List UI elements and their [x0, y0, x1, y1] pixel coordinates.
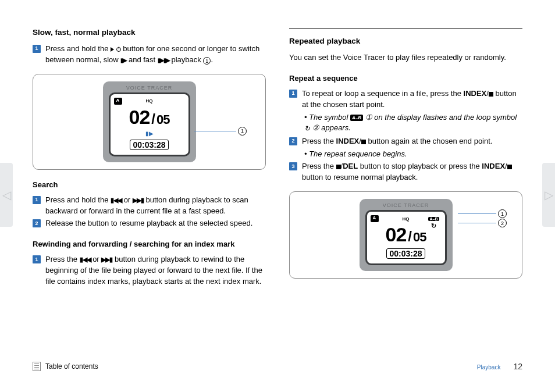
step-text: Release the button to resume playback at… [45, 218, 266, 229]
slow-playback-icon: ▮▶ [120, 56, 126, 65]
step-text: To repeat or loop a sequence in a file, … [302, 88, 522, 111]
device-brand: VOICE TRACER [365, 202, 447, 208]
stop-icon [507, 165, 512, 169]
device-screen: A HQ 02/05 ▮▶ 00:03:28 [109, 92, 190, 156]
file-number: 02 [129, 106, 150, 129]
elapsed-time: 00:03:28 [386, 248, 425, 259]
step: 3 Press the /DEL button to stop playback… [289, 161, 522, 183]
left-column: Slow, fast, normal playback 1 Press and … [33, 28, 266, 289]
heading-rewind: Rewinding and forwarding / searching for… [33, 240, 266, 248]
device-screen: A HQ A–B ↻ 02/05 00:03:28 [365, 210, 447, 265]
heading-repeated: Repeated playback [289, 37, 522, 45]
next-page-tab[interactable]: ▷ [542, 163, 555, 227]
file-total: 05 [413, 230, 426, 245]
page-number: 12 [513, 362, 522, 371]
toc-label: Table of contents [45, 362, 98, 370]
right-column: Repeated playback You can set the Voice … [289, 28, 522, 289]
device-figure-1: VOICE TRACER A HQ 02/05 ▮▶ 00:03:28 1 [33, 74, 266, 170]
file-number: 02 [386, 223, 407, 246]
stop-icon [361, 140, 366, 144]
step: 2 Release the button to resume playback … [33, 218, 266, 229]
toc-icon [33, 362, 41, 371]
elapsed-time: 00:03:28 [130, 140, 168, 150]
section-name[interactable]: Playback [477, 364, 501, 370]
stop-icon [489, 92, 493, 97]
step-note: • The repeat sequence begins. [304, 149, 522, 160]
loop-icon: ↻ [304, 124, 310, 134]
page-content: Slow, fast, normal playback 1 Press and … [0, 0, 555, 289]
callout-ref: 1 [203, 57, 211, 65]
step: 1 Press and hold the button for one seco… [33, 44, 266, 66]
play-icon [111, 47, 114, 52]
ab-icon: A–B [350, 115, 363, 122]
rewind-icon: ▮◀◀ [111, 196, 122, 205]
step-text: Press the /DEL button to stop playback o… [302, 161, 522, 183]
loop-icon: ↻ [428, 223, 439, 229]
file-total: 05 [156, 112, 169, 127]
folder-icon: A [371, 215, 379, 222]
page-footer: Table of contents Playback 12 [33, 362, 522, 371]
device-brand: VOICE TRACER [109, 85, 190, 91]
forward-icon: ▶▶▮ [101, 255, 112, 265]
step-number: 2 [289, 137, 297, 145]
step-number: 1 [33, 196, 41, 204]
fast-playback-icon: ▮▶▮▶ [158, 56, 169, 65]
step-text: Press the INDEX/ button again at the cho… [302, 136, 522, 147]
stop-icon [336, 165, 341, 169]
callout-1: 1 [458, 209, 507, 218]
device-frame: VOICE TRACER A HQ A–B ↻ 02/05 00:03:28 [360, 199, 453, 271]
step: 1 Press and hold the ▮◀◀ or ▶▶▮ button d… [33, 195, 266, 217]
step-number: 3 [289, 162, 297, 170]
heading-search: Search [33, 180, 266, 189]
callout-2: 2 [458, 219, 507, 227]
rewind-icon: ▮◀◀ [80, 255, 91, 265]
step: 2 Press the INDEX/ button again at the c… [289, 136, 522, 147]
quality-label: HQ [146, 98, 153, 104]
repeated-intro: You can set the Voice Tracer to play fil… [289, 52, 522, 63]
step-text: Press the ▮◀◀ or ▶▶▮ button during playb… [45, 254, 266, 287]
step: 1 Press the ▮◀◀ or ▶▶▮ button during pla… [33, 254, 266, 287]
device-frame: VOICE TRACER A HQ 02/05 ▮▶ 00:03:28 [103, 81, 196, 162]
folder-icon: A [114, 98, 122, 105]
step-number: 1 [33, 255, 41, 263]
step-text: Press and hold the ▮◀◀ or ▶▶▮ button dur… [45, 195, 266, 217]
step-number: 1 [289, 90, 297, 98]
heading-repeat-sequence: Repeat a sequence [289, 74, 522, 83]
step-number: 1 [33, 45, 41, 53]
column-divider [289, 28, 522, 28]
quality-label: HQ [403, 216, 410, 222]
step-number: 2 [33, 219, 41, 227]
heading-slow-playback: Slow, fast, normal playback [33, 28, 266, 37]
forward-icon: ▶▶▮ [133, 196, 144, 205]
toc-link[interactable]: Table of contents [33, 362, 98, 371]
callout-1: 1 [194, 127, 247, 136]
step: 1 To repeat or loop a sequence in a file… [289, 88, 522, 111]
step-text: Press and hold the button for one second… [45, 44, 266, 66]
ab-loop-indicator: A–B ↻ [428, 216, 439, 229]
prev-page-tab[interactable]: ◁ [0, 163, 13, 227]
device-figure-2: VOICE TRACER A HQ A–B ↻ 02/05 00:03:28 [289, 191, 522, 279]
playback-status-icon: ▮▶ [145, 130, 154, 137]
page-reference: Playback 12 [477, 362, 522, 371]
step-note: • The symbol A–B ① on the display flashe… [304, 112, 522, 134]
power-icon [116, 47, 121, 52]
